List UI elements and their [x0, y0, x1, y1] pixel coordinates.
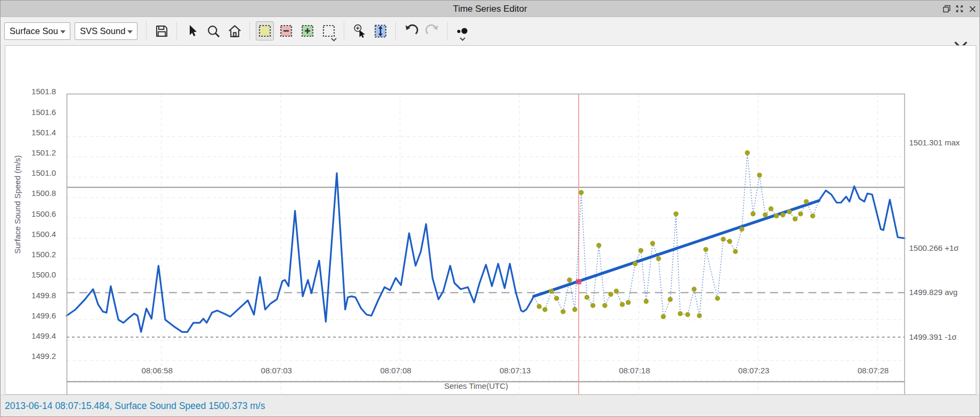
edited-point-marker[interactable]: [585, 295, 589, 300]
stat-label: 1501.301 max: [909, 138, 960, 147]
red-dotted-rect-minus-icon: [279, 24, 293, 38]
redo-arrow-icon: [425, 23, 440, 38]
magnifier-plus-cursor-icon: [352, 23, 367, 38]
zoom-tool-button[interactable]: [204, 21, 222, 40]
chevron-down-icon: [459, 37, 466, 42]
float-window-icon[interactable]: [943, 5, 951, 13]
home-view-button[interactable]: [225, 21, 244, 40]
edited-point-marker[interactable]: [609, 292, 613, 297]
timeseries-plot[interactable]: [67, 94, 905, 404]
select-restore-tool-button[interactable]: [298, 21, 317, 40]
zoom-in-select-button[interactable]: [350, 21, 368, 40]
edited-point-marker[interactable]: [792, 216, 797, 221]
y-tick-label: 1501.8: [13, 87, 56, 96]
edited-point-marker[interactable]: [626, 300, 630, 305]
cursor-value-marker[interactable]: [576, 279, 581, 284]
chart-panel: 1499.21499.41499.61499.81500.01500.21500…: [5, 45, 976, 395]
chevron-down-icon: [60, 30, 66, 34]
edited-point-marker[interactable]: [602, 303, 607, 308]
toolbar-separator: [344, 21, 344, 40]
edited-point-marker[interactable]: [721, 237, 726, 242]
expand-window-icon[interactable]: [955, 5, 963, 13]
edited-point-marker[interactable]: [549, 289, 554, 293]
y-tick-label: 1500.0: [13, 270, 56, 279]
edited-point-marker[interactable]: [561, 309, 565, 314]
edited-point-marker[interactable]: [567, 277, 572, 282]
edited-point-marker[interactable]: [596, 243, 601, 248]
edited-point-marker[interactable]: [757, 173, 762, 177]
dotted-rect-icon: [322, 24, 336, 38]
edited-point-marker[interactable]: [739, 227, 744, 232]
edited-point-marker[interactable]: [780, 212, 785, 217]
edited-point-marker[interactable]: [768, 206, 773, 211]
edited-point-marker[interactable]: [661, 314, 666, 319]
edited-point-marker[interactable]: [733, 249, 738, 254]
edited-point-marker[interactable]: [685, 312, 690, 317]
edited-point-marker[interactable]: [650, 241, 655, 246]
edited-point-marker[interactable]: [542, 307, 547, 312]
chevron-down-icon: [331, 38, 337, 42]
edited-point-marker[interactable]: [678, 311, 683, 316]
y-axis-title: Surface Sound Speed (m/s): [13, 155, 22, 254]
edited-point-marker[interactable]: [804, 199, 808, 204]
dots-icon: [455, 26, 470, 36]
edited-point-marker[interactable]: [633, 261, 637, 266]
edited-point-marker[interactable]: [614, 289, 619, 293]
toolbar-separator: [176, 21, 177, 40]
cursor-arrow-icon: [185, 24, 198, 38]
sensor-combo-value: SVS Sound: [80, 26, 125, 36]
edited-point-marker[interactable]: [638, 248, 643, 253]
edited-point-marker[interactable]: [750, 211, 755, 216]
sensor-combo[interactable]: SVS Sound: [75, 22, 137, 40]
blue-rect-vertical-arrows-icon: [374, 24, 387, 38]
y-tick-label: 1499.6: [13, 311, 56, 320]
y-tick-label: 1501.4: [13, 128, 56, 137]
y-tick-label: 1499.8: [13, 291, 56, 300]
undo-button[interactable]: [402, 21, 420, 40]
edited-point-marker[interactable]: [674, 211, 678, 216]
edited-point-marker[interactable]: [774, 214, 779, 218]
edited-point-marker[interactable]: [590, 303, 595, 308]
undo-arrow-icon: [403, 23, 419, 38]
fit-vertical-button[interactable]: [371, 21, 390, 40]
time-series-editor-window: Time Series Editor: [0, 0, 980, 417]
pointer-tool-button[interactable]: [183, 21, 201, 40]
y-tick-label: 1501.6: [13, 108, 56, 117]
sound-speed-left[interactable]: [67, 173, 534, 332]
edited-point-marker[interactable]: [656, 256, 661, 261]
series-combo-value: Surface Sou: [10, 26, 58, 36]
redo-button[interactable]: [423, 21, 441, 40]
edited-point-marker[interactable]: [692, 287, 696, 291]
green-dotted-rect-plus-icon: [301, 24, 314, 38]
select-rect-tool-button[interactable]: [320, 21, 338, 40]
series-combo[interactable]: Surface Sou: [4, 22, 70, 40]
titlebar-icons: [943, 1, 976, 17]
save-button[interactable]: [152, 21, 171, 40]
edited-point-marker[interactable]: [763, 212, 767, 217]
edited-point-marker[interactable]: [554, 296, 559, 301]
point-size-button[interactable]: [453, 21, 472, 40]
edited-point-marker[interactable]: [668, 297, 673, 301]
edited-point-marker[interactable]: [537, 304, 541, 309]
close-icon[interactable]: [968, 5, 976, 13]
edited-point-marker[interactable]: [644, 299, 649, 304]
edited-point-marker[interactable]: [798, 211, 803, 216]
edited-point-marker[interactable]: [810, 214, 815, 218]
edited-point-marker[interactable]: [787, 209, 792, 214]
select-accept-tool-button[interactable]: [256, 21, 274, 40]
edited-point-marker[interactable]: [697, 313, 702, 318]
sound-speed-right[interactable]: [819, 186, 905, 239]
edited-point-marker[interactable]: [745, 150, 750, 155]
edited-point-marker[interactable]: [727, 239, 732, 244]
edited-point-marker[interactable]: [715, 296, 720, 301]
edited-point-marker[interactable]: [572, 307, 577, 312]
titlebar[interactable]: Time Series Editor: [1, 1, 979, 17]
statusbar: 2013-06-14 08:07:15.484, Surface Sound S…: [1, 395, 979, 416]
cursor-readout-text: 2013-06-14 08:07:15.484, Surface Sound S…: [5, 400, 265, 412]
edited-point-marker[interactable]: [620, 302, 625, 307]
edited-point-marker[interactable]: [579, 190, 584, 195]
select-reject-tool-button[interactable]: [277, 21, 295, 40]
edited-point-marker[interactable]: [703, 247, 708, 252]
toolbar: Surface Sou SVS Sound: [1, 18, 979, 44]
floppy-disk-icon: [155, 24, 169, 38]
